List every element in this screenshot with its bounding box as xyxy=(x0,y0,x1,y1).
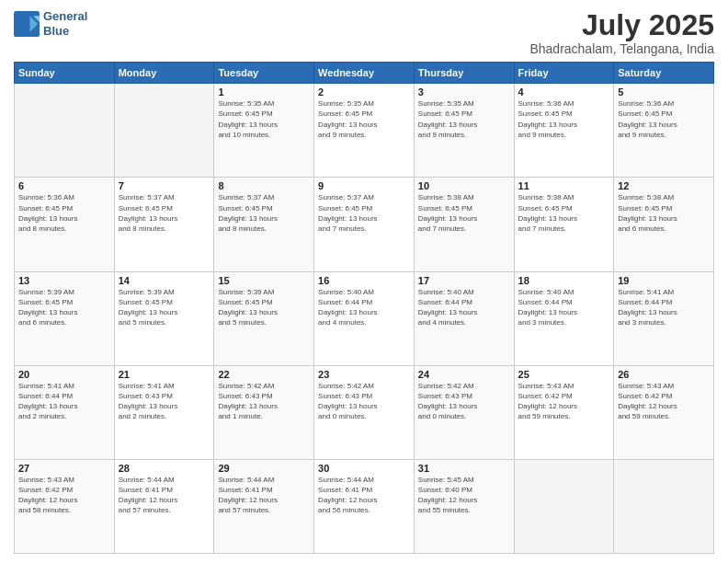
day-info: Sunrise: 5:38 AM Sunset: 6:45 PM Dayligh… xyxy=(618,192,710,234)
day-info: Sunrise: 5:43 AM Sunset: 6:42 PM Dayligh… xyxy=(518,381,610,422)
weekday-header: Tuesday xyxy=(214,63,314,84)
day-number: 9 xyxy=(318,180,410,191)
calendar-cell: 27Sunrise: 5:43 AM Sunset: 6:42 PM Dayli… xyxy=(15,459,115,553)
day-info: Sunrise: 5:36 AM Sunset: 6:45 PM Dayligh… xyxy=(18,192,110,234)
day-number: 24 xyxy=(418,369,510,380)
day-number: 7 xyxy=(119,180,210,191)
calendar-week-row: 20Sunrise: 5:41 AM Sunset: 6:44 PM Dayli… xyxy=(15,365,714,459)
calendar-cell: 18Sunrise: 5:40 AM Sunset: 6:44 PM Dayli… xyxy=(514,271,614,365)
weekday-header: Friday xyxy=(514,63,614,84)
calendar-cell: 1Sunrise: 5:35 AM Sunset: 6:45 PM Daylig… xyxy=(214,84,314,178)
subtitle: Bhadrachalam, Telangana, India xyxy=(529,41,714,56)
day-number: 16 xyxy=(318,275,410,286)
day-number: 29 xyxy=(218,463,310,474)
day-number: 17 xyxy=(418,275,510,286)
calendar-cell: 2Sunrise: 5:35 AM Sunset: 6:45 PM Daylig… xyxy=(314,84,415,178)
calendar-cell: 4Sunrise: 5:36 AM Sunset: 6:45 PM Daylig… xyxy=(514,84,614,178)
day-number: 28 xyxy=(119,463,210,474)
calendar-cell: 8Sunrise: 5:37 AM Sunset: 6:45 PM Daylig… xyxy=(214,178,314,271)
day-info: Sunrise: 5:35 AM Sunset: 6:45 PM Dayligh… xyxy=(418,98,510,140)
calendar-cell: 21Sunrise: 5:41 AM Sunset: 6:43 PM Dayli… xyxy=(114,365,214,459)
calendar-cell: 15Sunrise: 5:39 AM Sunset: 6:45 PM Dayli… xyxy=(214,271,314,365)
day-info: Sunrise: 5:44 AM Sunset: 6:41 PM Dayligh… xyxy=(218,475,310,516)
day-info: Sunrise: 5:40 AM Sunset: 6:44 PM Dayligh… xyxy=(418,287,510,328)
day-number: 31 xyxy=(418,463,510,474)
day-number: 23 xyxy=(318,369,410,380)
day-number: 18 xyxy=(518,275,610,286)
day-info: Sunrise: 5:35 AM Sunset: 6:45 PM Dayligh… xyxy=(318,98,410,140)
weekday-header: Thursday xyxy=(414,63,514,84)
day-number: 25 xyxy=(518,369,610,380)
logo-text: General Blue xyxy=(43,9,87,38)
calendar-cell: 20Sunrise: 5:41 AM Sunset: 6:44 PM Dayli… xyxy=(15,365,115,459)
calendar-table: SundayMondayTuesdayWednesdayThursdayFrid… xyxy=(14,62,714,554)
calendar-cell xyxy=(514,459,614,553)
day-number: 2 xyxy=(318,86,410,98)
calendar-cell: 5Sunrise: 5:36 AM Sunset: 6:45 PM Daylig… xyxy=(614,84,714,178)
calendar-cell xyxy=(15,84,115,178)
header: General Blue July 2025 Bhadrachalam, Tel… xyxy=(14,9,714,56)
calendar-cell: 7Sunrise: 5:37 AM Sunset: 6:45 PM Daylig… xyxy=(114,178,214,271)
calendar-cell: 26Sunrise: 5:43 AM Sunset: 6:42 PM Dayli… xyxy=(614,365,714,459)
calendar-header-row: SundayMondayTuesdayWednesdayThursdayFrid… xyxy=(15,63,714,84)
calendar-cell: 14Sunrise: 5:39 AM Sunset: 6:45 PM Dayli… xyxy=(114,271,214,365)
day-number: 21 xyxy=(119,369,210,380)
calendar-cell: 12Sunrise: 5:38 AM Sunset: 6:45 PM Dayli… xyxy=(614,178,714,271)
day-number: 20 xyxy=(18,369,110,380)
calendar-cell: 31Sunrise: 5:45 AM Sunset: 6:40 PM Dayli… xyxy=(414,459,514,553)
day-info: Sunrise: 5:44 AM Sunset: 6:41 PM Dayligh… xyxy=(119,475,210,516)
calendar-week-row: 27Sunrise: 5:43 AM Sunset: 6:42 PM Dayli… xyxy=(15,459,714,553)
day-number: 19 xyxy=(618,275,710,286)
day-number: 1 xyxy=(218,86,310,98)
day-number: 30 xyxy=(318,463,410,474)
day-info: Sunrise: 5:39 AM Sunset: 6:45 PM Dayligh… xyxy=(218,287,310,328)
day-number: 10 xyxy=(418,180,510,191)
calendar-cell xyxy=(114,84,214,178)
calendar-week-row: 1Sunrise: 5:35 AM Sunset: 6:45 PM Daylig… xyxy=(15,84,714,178)
calendar-cell: 3Sunrise: 5:35 AM Sunset: 6:45 PM Daylig… xyxy=(414,84,514,178)
calendar-week-row: 6Sunrise: 5:36 AM Sunset: 6:45 PM Daylig… xyxy=(15,178,714,271)
calendar-cell: 24Sunrise: 5:42 AM Sunset: 6:43 PM Dayli… xyxy=(414,365,514,459)
calendar-cell: 19Sunrise: 5:41 AM Sunset: 6:44 PM Dayli… xyxy=(614,271,714,365)
day-info: Sunrise: 5:41 AM Sunset: 6:43 PM Dayligh… xyxy=(119,381,210,422)
main-title: July 2025 xyxy=(529,9,714,41)
day-info: Sunrise: 5:42 AM Sunset: 6:43 PM Dayligh… xyxy=(418,381,510,422)
day-number: 12 xyxy=(618,180,710,191)
logo: General Blue xyxy=(14,9,87,38)
day-info: Sunrise: 5:39 AM Sunset: 6:45 PM Dayligh… xyxy=(18,287,110,328)
day-number: 8 xyxy=(218,180,310,191)
day-info: Sunrise: 5:37 AM Sunset: 6:45 PM Dayligh… xyxy=(318,192,410,234)
calendar-cell: 28Sunrise: 5:44 AM Sunset: 6:41 PM Dayli… xyxy=(114,459,214,553)
calendar-cell: 10Sunrise: 5:38 AM Sunset: 6:45 PM Dayli… xyxy=(414,178,514,271)
day-info: Sunrise: 5:45 AM Sunset: 6:40 PM Dayligh… xyxy=(418,475,510,516)
calendar-cell: 17Sunrise: 5:40 AM Sunset: 6:44 PM Dayli… xyxy=(414,271,514,365)
day-number: 15 xyxy=(218,275,310,286)
logo-icon xyxy=(14,11,40,37)
calendar-cell: 9Sunrise: 5:37 AM Sunset: 6:45 PM Daylig… xyxy=(314,178,415,271)
day-info: Sunrise: 5:37 AM Sunset: 6:45 PM Dayligh… xyxy=(218,192,310,234)
calendar-cell: 29Sunrise: 5:44 AM Sunset: 6:41 PM Dayli… xyxy=(214,459,314,553)
day-info: Sunrise: 5:42 AM Sunset: 6:43 PM Dayligh… xyxy=(218,381,310,422)
day-number: 6 xyxy=(18,180,110,191)
calendar-cell: 30Sunrise: 5:44 AM Sunset: 6:41 PM Dayli… xyxy=(314,459,415,553)
day-info: Sunrise: 5:42 AM Sunset: 6:43 PM Dayligh… xyxy=(318,381,410,422)
weekday-header: Saturday xyxy=(614,63,714,84)
day-info: Sunrise: 5:43 AM Sunset: 6:42 PM Dayligh… xyxy=(18,475,110,516)
day-info: Sunrise: 5:41 AM Sunset: 6:44 PM Dayligh… xyxy=(18,381,110,422)
day-info: Sunrise: 5:40 AM Sunset: 6:44 PM Dayligh… xyxy=(318,287,410,328)
day-number: 22 xyxy=(218,369,310,380)
day-number: 13 xyxy=(18,275,110,286)
day-number: 11 xyxy=(518,180,610,191)
day-info: Sunrise: 5:43 AM Sunset: 6:42 PM Dayligh… xyxy=(618,381,710,422)
day-info: Sunrise: 5:36 AM Sunset: 6:45 PM Dayligh… xyxy=(618,98,710,140)
calendar-cell: 16Sunrise: 5:40 AM Sunset: 6:44 PM Dayli… xyxy=(314,271,415,365)
calendar-week-row: 13Sunrise: 5:39 AM Sunset: 6:45 PM Dayli… xyxy=(15,271,714,365)
day-info: Sunrise: 5:37 AM Sunset: 6:45 PM Dayligh… xyxy=(119,192,210,234)
day-number: 27 xyxy=(18,463,110,474)
day-info: Sunrise: 5:35 AM Sunset: 6:45 PM Dayligh… xyxy=(218,98,310,140)
day-number: 26 xyxy=(618,369,710,380)
calendar-cell: 6Sunrise: 5:36 AM Sunset: 6:45 PM Daylig… xyxy=(15,178,115,271)
calendar-cell: 25Sunrise: 5:43 AM Sunset: 6:42 PM Dayli… xyxy=(514,365,614,459)
day-info: Sunrise: 5:38 AM Sunset: 6:45 PM Dayligh… xyxy=(418,192,510,234)
day-number: 5 xyxy=(618,86,710,98)
